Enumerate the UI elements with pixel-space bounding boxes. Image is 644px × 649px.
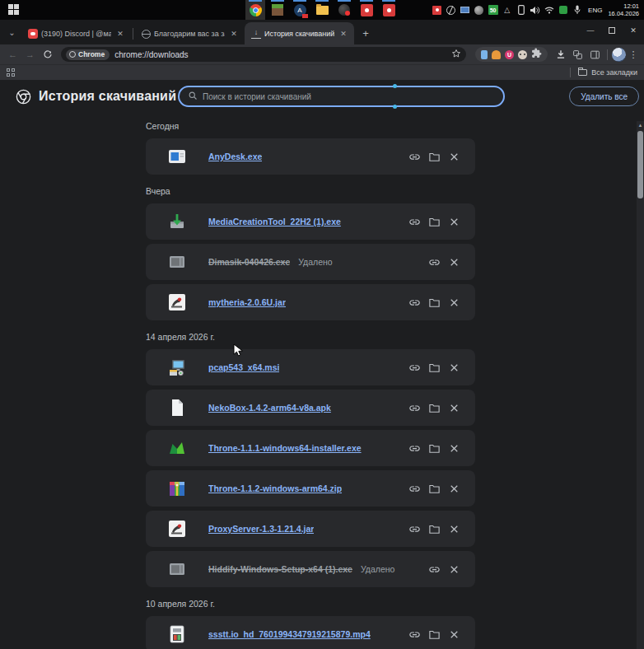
tray-sphere-icon[interactable] (474, 5, 484, 16)
back-icon[interactable]: ← (5, 47, 21, 63)
clear-all-button[interactable]: Удалить все (569, 86, 639, 106)
taskbar-explorer-icon[interactable] (312, 0, 332, 20)
show-in-folder-button[interactable] (424, 357, 444, 377)
copy-link-button[interactable] (424, 252, 444, 272)
copy-link-button[interactable] (404, 624, 424, 644)
language-indicator[interactable]: ENG (586, 7, 604, 14)
download-file-link[interactable]: ProxyServer-1.3-1.21.4.jar (208, 524, 314, 534)
show-in-folder-button[interactable] (424, 398, 444, 418)
download-file-link[interactable]: mytheria-2.0.6U.jar (208, 297, 286, 307)
reload-icon[interactable] (40, 47, 55, 63)
remove-download-button[interactable] (444, 519, 464, 539)
tab-downloads-history[interactable]: ↓ История скачиваний ✕ (245, 22, 354, 44)
taskbar-sphere-app-icon[interactable] (334, 0, 354, 20)
taskbar-red-app2-icon[interactable] (379, 0, 399, 20)
tab-discord[interactable]: (3190) Discord | @матюша67 ✕ (21, 23, 131, 44)
show-in-folder-button[interactable] (424, 519, 444, 539)
tray-phone-icon[interactable] (516, 5, 526, 16)
copy-link-button[interactable] (404, 357, 424, 377)
show-in-folder-button[interactable] (424, 438, 444, 458)
show-in-folder-button[interactable] (424, 292, 444, 312)
download-file-link[interactable]: NekoBox-1.4.2-arm64-v8a.apk (208, 403, 331, 413)
tray-display-icon[interactable] (460, 5, 470, 16)
remove-download-button[interactable] (444, 559, 464, 579)
new-tab-button[interactable]: + (357, 25, 374, 41)
extensions-puzzle-icon[interactable] (531, 47, 542, 62)
show-in-folder-button[interactable] (424, 147, 444, 166)
taskbar-anydesk-icon[interactable]: A (290, 0, 310, 20)
download-file-link[interactable]: ssstt.io_hd_7601994347919215879.mp4 (208, 629, 371, 639)
copy-link-button[interactable] (404, 479, 424, 498)
jar-file-icon (167, 292, 187, 312)
microphone-icon[interactable] (572, 5, 582, 16)
remove-download-button[interactable] (444, 212, 464, 231)
downloads-page: История скачиваний Удалить все Сегодня A… (0, 80, 644, 649)
remove-download-button[interactable] (444, 624, 464, 644)
tray-steam-icon[interactable] (446, 5, 456, 16)
taskbar-chrome-icon[interactable] (245, 0, 265, 20)
tray-warning-icon[interactable]: △ (502, 5, 512, 16)
menu-dots-icon[interactable]: ⋮ (628, 49, 639, 60)
all-bookmarks[interactable]: Все закладки (570, 68, 637, 77)
taskbar-clock[interactable]: 12:01 16.04.2026 (608, 2, 641, 18)
show-in-folder-button[interactable] (424, 212, 444, 231)
section-rows: pcap543_x64.msiNekoBox-1.4.2-arm64-v8a.a… (146, 349, 475, 587)
scrollbar-thumb[interactable] (637, 131, 643, 198)
extension-shield-icon[interactable]: U (505, 50, 514, 59)
scrollbar-up-icon[interactable]: ▲ (637, 123, 644, 128)
copy-link-button[interactable] (404, 147, 424, 166)
tray-battery-50-icon[interactable]: 50 (488, 5, 498, 16)
copy-link-button[interactable] (404, 519, 424, 539)
remove-download-button[interactable] (444, 252, 464, 272)
taskbar-red-app-icon[interactable] (357, 0, 376, 20)
url-text[interactable]: chrome://downloads (114, 50, 451, 59)
copy-link-button[interactable] (424, 559, 444, 579)
network-icon[interactable] (544, 5, 554, 16)
taskbar-minecraft-icon[interactable] (268, 0, 287, 20)
omnibox[interactable]: Chrome chrome://downloads (61, 47, 466, 62)
page-scrollbar[interactable]: ▲ (637, 121, 644, 649)
remove-download-button[interactable] (444, 292, 464, 312)
start-button[interactable] (8, 4, 20, 16)
tab-close-icon[interactable]: ✕ (114, 28, 126, 40)
volume-icon[interactable] (530, 5, 540, 16)
copy-link-button[interactable] (404, 212, 424, 231)
tray-green-app-icon[interactable] (558, 5, 568, 16)
maximize-button[interactable] (601, 20, 623, 41)
extension-person-icon[interactable] (492, 50, 501, 59)
remove-download-button[interactable] (444, 357, 464, 377)
translate-icon[interactable] (570, 47, 586, 63)
extension-hamster-icon[interactable] (518, 50, 527, 59)
copy-link-button[interactable] (404, 292, 424, 312)
download-file-link[interactable]: AnyDesk.exe (208, 152, 262, 161)
profile-avatar[interactable] (612, 48, 626, 62)
extension-blue-icon[interactable] (481, 50, 488, 59)
copy-link-button[interactable] (404, 398, 424, 418)
tab-close-icon[interactable]: ✕ (338, 28, 349, 40)
apps-grid-icon[interactable] (7, 68, 15, 77)
copy-link-button[interactable] (404, 438, 424, 458)
downloads-toolbar-icon[interactable] (553, 47, 568, 63)
tab-close-icon[interactable]: ✕ (228, 28, 240, 40)
search-input[interactable] (203, 92, 495, 101)
download-file-link[interactable]: Throne-1.1.1-windows64-installer.exe (208, 443, 362, 453)
show-in-folder-button[interactable] (424, 479, 444, 498)
download-file-link[interactable]: Throne-1.1.2-windows-arm64.zip (208, 483, 342, 493)
forward-icon[interactable]: → (22, 47, 38, 63)
show-in-folder-button[interactable] (424, 624, 444, 644)
tab-download-thanks[interactable]: Благодарим вас за загрузку A ✕ (135, 23, 245, 44)
chrome-chip[interactable]: Chrome (66, 49, 110, 60)
tab-search-chevron-button[interactable]: ⌄ (5, 26, 19, 40)
remove-download-button[interactable] (444, 398, 464, 418)
remove-download-button[interactable] (444, 479, 464, 498)
remove-download-button[interactable] (444, 438, 464, 458)
tray-red-app-icon[interactable] (432, 5, 442, 16)
download-file-link[interactable]: pcap543_x64.msi (208, 362, 279, 372)
downloads-search[interactable] (178, 86, 505, 107)
minimize-button[interactable]: — (580, 20, 601, 41)
bookmark-star-icon[interactable] (451, 47, 461, 62)
remove-download-button[interactable] (444, 147, 464, 166)
close-window-button[interactable]: ✕ (623, 20, 644, 41)
download-file-link[interactable]: MediaCreationTool_22H2 (1).exe (208, 217, 341, 226)
side-panel-icon[interactable] (587, 47, 603, 63)
